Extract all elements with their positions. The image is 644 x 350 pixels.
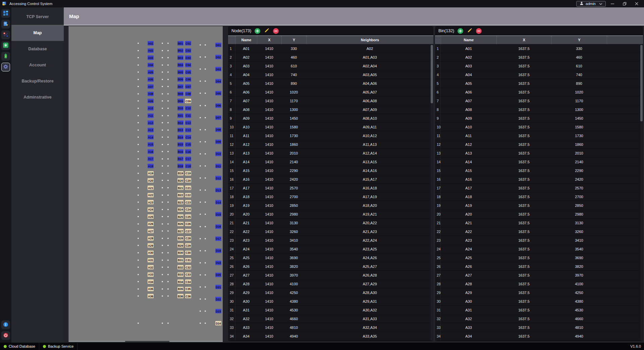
map-label-A06[interactable]: A06: [148, 77, 154, 81]
map-label-C24[interactable]: C24: [185, 207, 191, 212]
map-label-D04[interactable]: D04: [215, 79, 221, 83]
add-bin-button[interactable]: [458, 28, 463, 34]
map-label-A26[interactable]: A26: [148, 222, 154, 226]
bin-table-row[interactable]: 30 A30 1637.5 4380: [435, 297, 643, 306]
map-label-A14[interactable]: A14: [148, 135, 154, 139]
bin-table-row[interactable]: 7 A07 1637.5 1170: [435, 97, 643, 105]
map-label-D09[interactable]: D09: [215, 139, 221, 144]
rail-info-button[interactable]: [1, 320, 10, 329]
map-label-C33[interactable]: C33: [185, 272, 191, 277]
map-label-B36[interactable]: B36: [177, 294, 183, 298]
remove-bin-button[interactable]: [476, 28, 482, 34]
map-label-B11[interactable]: B11: [177, 113, 183, 118]
bin-header-y[interactable]: Y: [551, 36, 607, 44]
bin-table-row[interactable]: 9 A09 1637.5 1450: [435, 114, 643, 123]
node-table-row[interactable]: 33 A33 1410 4810 A32,A34: [228, 323, 433, 332]
remove-node-button[interactable]: [273, 28, 279, 34]
bin-header-name[interactable]: Name: [441, 36, 496, 44]
map-label-A21[interactable]: A21: [148, 186, 154, 190]
map-label-D10[interactable]: D10: [215, 152, 221, 156]
map-label-D20[interactable]: D20: [215, 273, 221, 277]
map-label-D15[interactable]: D15: [215, 212, 221, 217]
map-label-B28[interactable]: B28: [177, 236, 183, 240]
rail-battery-button[interactable]: [1, 52, 10, 61]
node-table-row[interactable]: 20 A20 1410 2980 A19,A21: [228, 210, 433, 219]
node-table-row[interactable]: 3 A03 1410 610 A02,A04: [228, 62, 433, 70]
bin-table-row[interactable]: 11 A11 1637.5 1730: [435, 131, 643, 140]
map-label-D08[interactable]: D08: [215, 127, 221, 132]
bin-table-row[interactable]: 32 A32 1637.5 4660: [435, 314, 643, 323]
map-label-A09[interactable]: A09: [148, 99, 154, 103]
map-label-A11[interactable]: A11: [148, 113, 154, 118]
map-label-B17[interactable]: B17: [177, 157, 183, 161]
map-label-C26[interactable]: C26: [185, 222, 191, 226]
map-label-C05[interactable]: C05: [185, 70, 191, 74]
map-label-D03[interactable]: D03: [215, 67, 221, 71]
map-label-D18[interactable]: D18: [215, 248, 221, 253]
bin-table-row[interactable]: 24 A24 1637.5 3540: [435, 245, 643, 253]
nav-item-map[interactable]: Map: [11, 25, 64, 41]
bin-table-row[interactable]: 29 A29 1637.5 4250: [435, 288, 643, 297]
bin-table-row[interactable]: 12 A12 1637.5 1860: [435, 140, 643, 149]
maximize-button[interactable]: [619, 0, 630, 7]
node-table-row[interactable]: 6 A06 1410 1020 A05,A07: [228, 88, 433, 97]
bin-table-row[interactable]: 27 A27 1637.5 3970: [435, 271, 643, 280]
bin-header-x[interactable]: X: [496, 36, 551, 44]
bin-table-row[interactable]: 18 A18 1637.5 2700: [435, 192, 643, 201]
map-label-B13[interactable]: B13: [177, 128, 183, 132]
map-label-A16[interactable]: A16: [148, 150, 154, 154]
map-label-A12[interactable]: A12: [148, 121, 154, 125]
bin-table-row[interactable]: 13 A13 1637.5 2010: [435, 149, 643, 158]
minimize-button[interactable]: [607, 0, 618, 7]
node-table-row[interactable]: 14 A14 1410 2140 A13,A15: [228, 158, 433, 166]
map-label-A07[interactable]: A07: [148, 84, 154, 89]
map-label-C31[interactable]: C31: [185, 258, 191, 262]
map-label-A28[interactable]: A28: [148, 236, 154, 240]
node-table-row[interactable]: 28 A28 1410 4100 A27,A29: [228, 280, 433, 288]
rail-settings-button[interactable]: [1, 63, 10, 71]
node-table-row[interactable]: 24 A24 1410 3540 A23,A25: [228, 245, 433, 253]
map-label-C01[interactable]: C01: [185, 41, 191, 46]
map-label-B25[interactable]: B25: [177, 215, 183, 219]
map-label-C09[interactable]: C09: [185, 99, 191, 103]
map-label-D23[interactable]: D23: [215, 309, 221, 313]
map-label-B12[interactable]: B12: [177, 121, 183, 125]
map-label-C03[interactable]: C03: [185, 56, 191, 60]
map-label-A05[interactable]: A05: [148, 70, 154, 74]
map-label-A25[interactable]: A25: [148, 215, 154, 219]
map-label-D21[interactable]: D21: [215, 285, 221, 289]
edit-bin-button[interactable]: [467, 28, 473, 34]
node-table-row[interactable]: 34 A34 1410 4940 A33,A35: [228, 332, 433, 341]
map-label-C08[interactable]: C08: [185, 92, 191, 96]
bin-vertical-scrollbar[interactable]: [640, 45, 643, 341]
bin-table-row[interactable]: 19 A19 1637.5 2850: [435, 201, 643, 210]
node-table-row[interactable]: 4 A04 1410 740 A03,A05: [228, 70, 433, 79]
node-table-row[interactable]: 12 A12 1410 1860 A11,A13: [228, 140, 433, 149]
map-label-C11[interactable]: C11: [185, 113, 191, 118]
map-label-C18[interactable]: C18: [185, 164, 191, 168]
map-label-B06[interactable]: B06: [177, 77, 183, 81]
map-label-B09[interactable]: B09: [177, 99, 183, 103]
map-label-C20[interactable]: C20: [185, 178, 191, 183]
map-label-B16[interactable]: B16: [177, 150, 183, 154]
node-table-row[interactable]: 2 A02 1410 460 A01,A03: [228, 53, 433, 62]
map-label-A31[interactable]: A31: [148, 258, 154, 262]
map-label-D02[interactable]: D02: [215, 55, 221, 59]
nav-item-database[interactable]: Database: [11, 41, 64, 57]
map-label-B05[interactable]: B05: [177, 70, 183, 74]
node-table-row[interactable]: 11 A11 1410 1730 A10,A12: [228, 131, 433, 140]
map-label-D07[interactable]: D07: [215, 115, 221, 120]
bin-table-row[interactable]: 10 A10 1637.5 1580: [435, 123, 643, 131]
map-label-B10[interactable]: B10: [177, 106, 183, 110]
bin-table-row[interactable]: 14 A14 1637.5 2140: [435, 158, 643, 166]
map-label-D06[interactable]: D06: [215, 103, 221, 108]
map-label-A33[interactable]: A33: [148, 272, 154, 277]
map-label-C15[interactable]: C15: [185, 142, 191, 147]
bin-table-row[interactable]: 17 A17 1637.5 2570: [435, 184, 643, 192]
map-label-C17[interactable]: C17: [185, 157, 191, 161]
map-label-B19[interactable]: B19: [177, 171, 183, 175]
add-node-button[interactable]: [255, 28, 260, 34]
map-label-C34[interactable]: C34: [185, 280, 191, 284]
bin-table-row[interactable]: 34 A34 1637.5 4940: [435, 332, 643, 341]
node-table-row[interactable]: 15 A15 1410 2290 A14,A16: [228, 166, 433, 175]
